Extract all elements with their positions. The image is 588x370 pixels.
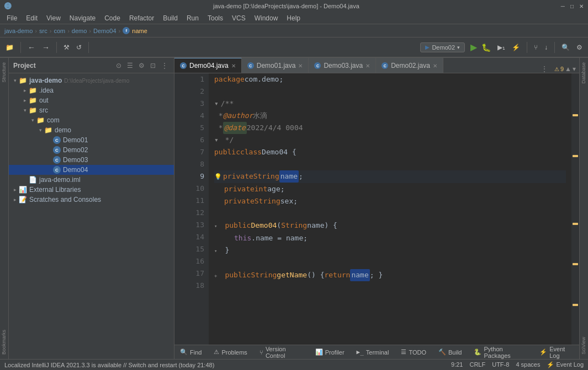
structure-tab[interactable]: Structure bbox=[0, 58, 8, 87]
warning-toggle[interactable]: ▲ bbox=[565, 65, 571, 73]
bottom-tab-python[interactable]: 🐍 Python Packages bbox=[468, 345, 532, 360]
expand-arrow: ▸ bbox=[11, 197, 19, 202]
tree-item-out[interactable]: ▸ 📁 out bbox=[9, 95, 174, 105]
sidebar-gear-button[interactable]: ⚙ bbox=[137, 61, 146, 70]
search-everywhere-button[interactable]: 🔍 bbox=[559, 42, 572, 52]
breadcrumb-src[interactable]: src bbox=[39, 28, 47, 34]
tree-item-demo01[interactable]: C Demo01 bbox=[9, 135, 174, 145]
bottom-tab-terminal[interactable]: ▶_ Terminal bbox=[351, 347, 395, 357]
menu-view[interactable]: View bbox=[42, 13, 65, 23]
menu-code[interactable]: Code bbox=[100, 13, 125, 23]
bottom-tab-build[interactable]: 🔨 Build bbox=[433, 347, 467, 357]
sciview-tab[interactable]: SciView bbox=[580, 333, 588, 359]
menu-window[interactable]: Window bbox=[250, 13, 283, 23]
tree-item-root[interactable]: ▾ 📁 java-demo D:\IdeaProjects\java-demo bbox=[9, 76, 174, 85]
menu-navigate[interactable]: Navigate bbox=[65, 13, 100, 23]
event-log[interactable]: ⚡ Event Log bbox=[547, 361, 584, 368]
tab-file-icon: C bbox=[180, 62, 187, 69]
sidebar-locate-button[interactable]: ⊙ bbox=[114, 61, 123, 70]
tree-item-extlibs[interactable]: ▸ 📊 External Libraries bbox=[9, 185, 174, 195]
tree-item-demo[interactable]: ▾ 📁 demo bbox=[9, 125, 174, 135]
menu-help[interactable]: Help bbox=[282, 13, 305, 23]
project-structure-button[interactable]: 📁 bbox=[3, 42, 16, 52]
tree-item-scratches[interactable]: ▸ 📝 Scratches and Consoles bbox=[9, 195, 174, 205]
code-content[interactable]: package com.demo; ▾/** * @author 水滴 * @d… bbox=[209, 73, 571, 345]
run-config-selector[interactable]: ▶ Demo02 ▾ bbox=[420, 42, 465, 52]
menu-edit[interactable]: Edit bbox=[22, 13, 42, 23]
fold-icon[interactable]: ▾ bbox=[214, 245, 217, 257]
fold-icon[interactable]: ▾ bbox=[214, 134, 219, 146]
menu-build[interactable]: Build bbox=[158, 13, 182, 23]
database-tab[interactable]: Database bbox=[580, 58, 588, 88]
minimize-button[interactable]: ─ bbox=[561, 3, 565, 9]
tree-item-iml[interactable]: 📄 java-demo.iml bbox=[9, 175, 174, 185]
bottom-tab-eventlog[interactable]: ⚡ Event Log bbox=[534, 345, 579, 360]
breadcrumb-name[interactable]: name bbox=[132, 28, 147, 34]
code-editor[interactable]: 1 2 3 4 5 6 7 8 9 10 11 12 13 14 15 16 1… bbox=[174, 73, 579, 345]
debug-button[interactable]: 🐛 bbox=[479, 42, 493, 53]
tab-demo01[interactable]: C Demo01.java ✕ bbox=[242, 58, 309, 73]
bookmarks-tab[interactable]: Bookmarks bbox=[0, 325, 8, 359]
menu-vcs[interactable]: VCS bbox=[227, 13, 250, 23]
tree-item-com[interactable]: ▾ 📁 com bbox=[9, 115, 174, 125]
breadcrumb-com[interactable]: com bbox=[54, 28, 65, 34]
vcs-button[interactable]: ⑂ bbox=[532, 42, 540, 52]
tree-item-demo02[interactable]: C Demo02 bbox=[9, 145, 174, 155]
line-ending[interactable]: CRLF bbox=[469, 361, 485, 368]
bottom-tab-vcs[interactable]: ⑂ Version Control bbox=[254, 345, 309, 360]
tree-item-label: Demo03 bbox=[63, 156, 88, 164]
sidebar-scroll-button[interactable]: ☰ bbox=[125, 61, 135, 70]
update-button[interactable]: ↓ bbox=[542, 42, 550, 52]
profile-button[interactable]: ⚡ bbox=[510, 42, 522, 52]
breadcrumb-demo[interactable]: demo bbox=[72, 28, 87, 34]
tree-item-demo03[interactable]: C Demo03 bbox=[9, 155, 174, 165]
forward-button[interactable]: → bbox=[40, 42, 52, 53]
tab-demo02[interactable]: C Demo02.java ✕ bbox=[376, 58, 443, 73]
java-file-icon: C bbox=[53, 136, 61, 144]
bulb-icon[interactable]: 💡 bbox=[214, 171, 222, 183]
bottom-tab-todo[interactable]: ☰ TODO bbox=[395, 347, 432, 357]
tab-file-icon: C bbox=[382, 62, 388, 69]
close-button[interactable]: ✕ bbox=[579, 3, 584, 9]
tab-demo03[interactable]: C Demo03.java ✕ bbox=[309, 58, 376, 73]
tab-close-button[interactable]: ✕ bbox=[298, 63, 303, 69]
bottom-tab-problems[interactable]: ⚠ Problems bbox=[208, 347, 252, 357]
cursor-position[interactable]: 9:21 bbox=[451, 361, 463, 368]
code-line-10: private int age; bbox=[214, 183, 566, 195]
run-config-icon: ▶ bbox=[425, 44, 430, 50]
build-button[interactable]: ⚒ bbox=[61, 42, 72, 52]
coverage-button[interactable]: ▶₁ bbox=[495, 42, 507, 52]
status-bar: Localized IntelliJ IDEA 2021.3.3 is avai… bbox=[0, 359, 588, 370]
menu-tools[interactable]: Tools bbox=[203, 13, 227, 23]
tab-close-button[interactable]: ✕ bbox=[365, 63, 370, 69]
fold-icon[interactable]: ▾ bbox=[214, 220, 217, 232]
warning-expand[interactable]: ▾ bbox=[573, 65, 576, 73]
settings-button[interactable]: ⚙ bbox=[574, 42, 585, 52]
menu-run[interactable]: Run bbox=[182, 13, 203, 23]
fold-icon[interactable]: + bbox=[214, 270, 217, 282]
menu-file[interactable]: File bbox=[2, 13, 22, 23]
folder-icon: 📁 bbox=[29, 96, 37, 104]
bottom-tab-find[interactable]: 🔍 Find bbox=[174, 347, 207, 357]
reload-button[interactable]: ↺ bbox=[74, 42, 84, 52]
sidebar-more-button[interactable]: ⋮ bbox=[160, 61, 169, 70]
run-button[interactable]: ▶ bbox=[470, 42, 477, 52]
back-button[interactable]: ← bbox=[25, 42, 38, 53]
tab-close-button[interactable]: ✕ bbox=[433, 63, 437, 69]
tab-demo04[interactable]: C Demo04.java ✕ bbox=[174, 58, 242, 73]
menu-refactor[interactable]: Refactor bbox=[125, 13, 158, 23]
tree-item-idea[interactable]: ▸ 📁 .idea bbox=[9, 85, 174, 95]
sidebar-expand-button[interactable]: ⊡ bbox=[149, 61, 157, 70]
tab-close-button[interactable]: ✕ bbox=[231, 63, 236, 69]
tree-item-src[interactable]: ▾ 📁 src bbox=[9, 105, 174, 115]
breadcrumb-demo04[interactable]: Demo04 bbox=[93, 28, 116, 34]
indent[interactable]: 4 spaces bbox=[516, 361, 540, 368]
tree-item-demo04[interactable]: C Demo04 bbox=[9, 165, 174, 175]
editor-scrollbar[interactable] bbox=[571, 73, 579, 345]
maximize-button[interactable]: □ bbox=[570, 3, 574, 9]
encoding[interactable]: UTF-8 bbox=[492, 361, 509, 368]
tabs-more-button[interactable]: ⋮ bbox=[538, 65, 551, 73]
breadcrumb-project[interactable]: java-demo bbox=[4, 28, 33, 34]
fold-icon[interactable]: ▾ bbox=[214, 98, 219, 110]
bottom-tab-profiler[interactable]: 📊 Profiler bbox=[310, 347, 350, 357]
